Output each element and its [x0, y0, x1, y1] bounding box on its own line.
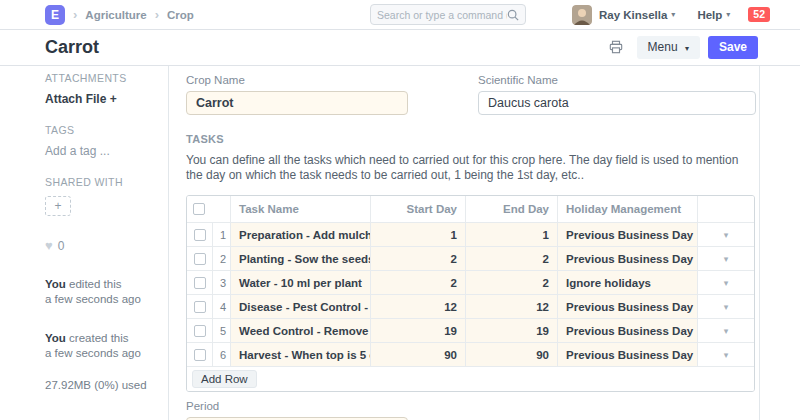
table-row[interactable]: 4 Disease - Pest Control - Cover ... 12 … [187, 295, 754, 319]
start-day-cell[interactable]: 90 [371, 343, 466, 366]
page-title: Carrot [45, 37, 99, 58]
start-day-cell[interactable]: 2 [371, 271, 466, 294]
tasks-grid: Task Name Start Day End Day Holiday Mana… [186, 195, 755, 392]
row-index: 2 [213, 247, 231, 270]
holiday-management-cell[interactable]: Ignore holidays [558, 271, 698, 294]
holiday-management-cell[interactable]: Previous Business Day [558, 295, 698, 318]
row-checkbox[interactable] [194, 325, 206, 337]
task-name-cell[interactable]: Harvest - When top is 5 cm [231, 343, 371, 366]
row-expand-caret-icon[interactable]: ▾ [724, 326, 729, 336]
tasks-section-heading: TASKS [186, 133, 755, 145]
heart-icon[interactable]: ♥ [45, 238, 53, 253]
tasks-section-description: You can define all the tasks which need … [186, 153, 755, 183]
breadcrumb-doctype[interactable]: Crop [167, 9, 194, 21]
crop-name-label: Crop Name [186, 74, 478, 86]
start-day-cell[interactable]: 19 [371, 319, 466, 342]
caret-down-icon: ▾ [685, 44, 689, 53]
breadcrumb-module[interactable]: Agriculture [85, 9, 146, 21]
row-checkbox[interactable] [194, 349, 206, 361]
user-name: Ray Kinsella [599, 9, 667, 21]
row-expand-caret-icon[interactable]: ▾ [724, 230, 729, 240]
menu-label: Menu [648, 40, 678, 54]
column-header-holiday-management: Holiday Management [558, 196, 698, 222]
user-avatar[interactable] [572, 5, 592, 25]
column-header-end-day: End Day [466, 196, 558, 222]
created-activity: You created this a few seconds ago [45, 331, 154, 361]
shared-with-heading: SHARED WITH [45, 176, 154, 188]
end-day-cell[interactable]: 2 [466, 247, 558, 270]
edited-when: a few seconds ago [45, 293, 141, 305]
global-search [370, 4, 526, 25]
tags-heading: TAGS [45, 124, 154, 136]
menu-button[interactable]: Menu ▾ [637, 36, 700, 58]
edited-activity: You edited this a few seconds ago [45, 277, 154, 307]
scientific-name-input[interactable] [478, 91, 756, 115]
table-row[interactable]: 6 Harvest - When top is 5 cm 90 90 Previ… [187, 343, 754, 367]
holiday-management-cell[interactable]: Previous Business Day [558, 319, 698, 342]
row-expand-caret-icon[interactable]: ▾ [724, 302, 729, 312]
storage-usage: 27.92MB (0%) used [45, 379, 154, 391]
row-expand-caret-icon[interactable]: ▾ [724, 254, 729, 264]
table-row[interactable]: 3 Water - 10 ml per plant 2 2 Ignore hol… [187, 271, 754, 295]
created-who: You [45, 332, 66, 344]
period-label: Period [186, 400, 755, 412]
row-expand-caret-icon[interactable]: ▾ [724, 278, 729, 288]
form-page: ATTACHMENTS Attach File + TAGS Add a tag… [0, 66, 800, 420]
row-index: 3 [213, 271, 231, 294]
like-count: 0 [58, 239, 65, 253]
app-logo[interactable]: E [45, 5, 65, 25]
notifications-badge[interactable]: 52 [748, 7, 770, 23]
print-icon[interactable] [609, 40, 623, 54]
task-name-cell[interactable]: Planting - Sow the seeds [231, 247, 371, 270]
start-day-cell[interactable]: 2 [371, 247, 466, 270]
end-day-cell[interactable]: 1 [466, 223, 558, 246]
task-name-cell[interactable]: Water - 10 ml per plant [231, 271, 371, 294]
tasks-grid-header: Task Name Start Day End Day Holiday Mana… [187, 196, 754, 223]
form-main: Crop Name Scientific Name TASKS You can … [169, 66, 760, 420]
holiday-management-cell[interactable]: Previous Business Day [558, 247, 698, 270]
user-menu[interactable]: Ray Kinsella ▾ [599, 9, 675, 21]
row-index: 5 [213, 319, 231, 342]
save-button[interactable]: Save [708, 36, 758, 58]
add-row-button[interactable]: Add Row [192, 370, 257, 388]
add-tag-input[interactable]: Add a tag ... [45, 144, 154, 158]
caret-down-icon: ▾ [671, 11, 675, 19]
row-index: 1 [213, 223, 231, 246]
attach-file-link[interactable]: Attach File + [45, 92, 154, 106]
holiday-management-cell[interactable]: Previous Business Day [558, 343, 698, 366]
task-name-cell[interactable]: Weed Control - Remove Weed [231, 319, 371, 342]
row-expand-caret-icon[interactable]: ▾ [724, 350, 729, 360]
end-day-cell[interactable]: 19 [466, 319, 558, 342]
task-name-cell[interactable]: Disease - Pest Control - Cover ... [231, 295, 371, 318]
table-row[interactable]: 1 Preparation - Add mulch cover 1 1 Prev… [187, 223, 754, 247]
app-window: E › Agriculture › Crop Ray Kinsella ▾ He… [0, 0, 800, 420]
row-checkbox[interactable] [194, 253, 206, 265]
table-row[interactable]: 2 Planting - Sow the seeds 2 2 Previous … [187, 247, 754, 271]
column-header-task-name: Task Name [231, 196, 371, 222]
search-icon [507, 9, 519, 21]
start-day-cell[interactable]: 12 [371, 295, 466, 318]
row-checkbox[interactable] [194, 277, 206, 289]
select-all-checkbox[interactable] [193, 203, 205, 215]
search-input[interactable] [377, 9, 507, 21]
table-row[interactable]: 5 Weed Control - Remove Weed 19 19 Previ… [187, 319, 754, 343]
holiday-management-cell[interactable]: Previous Business Day [558, 223, 698, 246]
task-table-body: 1 Preparation - Add mulch cover 1 1 Prev… [187, 223, 754, 367]
column-header-actions [698, 196, 754, 222]
attachments-heading: ATTACHMENTS [45, 72, 154, 84]
tasks-grid-footer: Add Row [187, 367, 754, 391]
end-day-cell[interactable]: 2 [466, 271, 558, 294]
chevron-right-icon: › [73, 7, 77, 22]
task-name-cell[interactable]: Preparation - Add mulch cover [231, 223, 371, 246]
row-checkbox[interactable] [194, 229, 206, 241]
help-menu[interactable]: Help ▾ [697, 9, 730, 21]
row-checkbox[interactable] [194, 301, 206, 313]
add-share-button[interactable]: + [45, 196, 71, 216]
form-sidebar: ATTACHMENTS Attach File + TAGS Add a tag… [0, 66, 169, 420]
crop-name-input[interactable] [186, 91, 408, 115]
start-day-cell[interactable]: 1 [371, 223, 466, 246]
chevron-right-icon: › [155, 7, 159, 22]
end-day-cell[interactable]: 12 [466, 295, 558, 318]
caret-down-icon: ▾ [726, 11, 730, 19]
end-day-cell[interactable]: 90 [466, 343, 558, 366]
